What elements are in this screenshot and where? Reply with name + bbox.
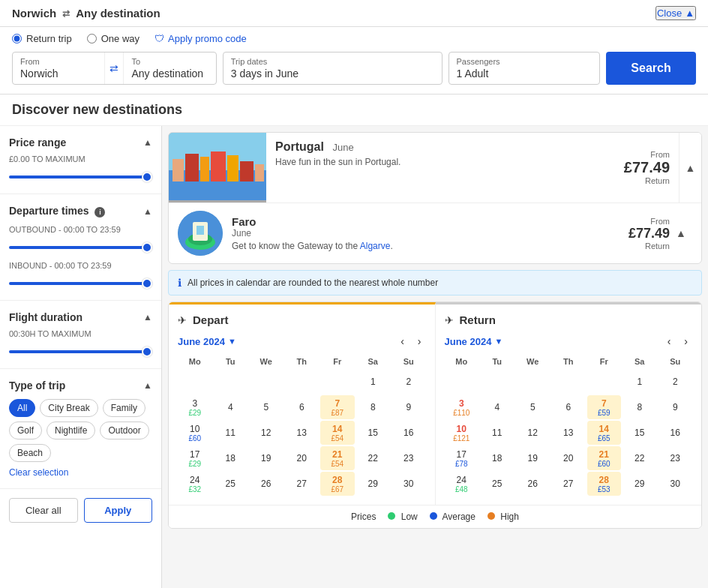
cal-day[interactable]: 12: [516, 421, 550, 445]
cal-day[interactable]: 3£29: [178, 395, 212, 419]
cal-day[interactable]: 25: [480, 472, 514, 496]
cal-day[interactable]: 26: [516, 472, 550, 496]
cal-day[interactable]: 8: [356, 395, 391, 419]
clear-all-button[interactable]: Clear all: [9, 498, 78, 523]
cal-day[interactable]: 20: [551, 446, 586, 470]
trip-tag-outdoor[interactable]: Outdoor: [100, 422, 148, 440]
cal-day[interactable]: 6: [285, 395, 320, 419]
close-button[interactable]: Close ▲: [656, 6, 696, 20]
cal-day[interactable]: 18: [214, 446, 248, 470]
cal-day[interactable]: 24£32: [178, 472, 212, 496]
cal-day[interactable]: 9: [392, 395, 426, 419]
cal-day[interactable]: 26: [249, 472, 284, 496]
cal-day[interactable]: 2: [658, 370, 693, 394]
cal-day[interactable]: 21£54: [320, 446, 355, 470]
cal-day[interactable]: 16: [658, 421, 693, 445]
one-way-radio[interactable]: [87, 34, 97, 44]
cal-day[interactable]: 22: [622, 446, 657, 470]
cal-day[interactable]: 19: [249, 446, 284, 470]
to-field[interactable]: To Any destination: [124, 52, 215, 84]
cal-day[interactable]: 22: [356, 446, 391, 470]
cal-day[interactable]: 28£67: [320, 472, 355, 496]
cal-day[interactable]: 15: [356, 421, 391, 445]
depart-prev-button[interactable]: ‹: [396, 334, 409, 349]
price-range-header[interactable]: Price range ▲: [9, 136, 152, 148]
cal-day[interactable]: 16: [392, 421, 426, 445]
type-of-trip-header[interactable]: Type of trip ▲: [9, 380, 152, 392]
day-price: £60: [598, 460, 610, 468]
cal-day[interactable]: 18: [480, 446, 514, 470]
cal-day[interactable]: 10£60: [178, 421, 212, 445]
cal-day[interactable]: 21£60: [587, 446, 622, 470]
cal-day[interactable]: 29: [356, 472, 391, 496]
cal-day[interactable]: 14£65: [587, 421, 622, 445]
trip-tag-golf[interactable]: Golf: [9, 422, 42, 440]
cal-day[interactable]: 17£78: [445, 446, 479, 470]
cal-day[interactable]: 1: [356, 370, 391, 394]
cal-day[interactable]: 3£110: [445, 395, 479, 419]
cal-day[interactable]: 27: [285, 472, 320, 496]
cal-day[interactable]: 13: [285, 421, 320, 445]
cal-day[interactable]: 10£121: [445, 421, 479, 445]
cal-day[interactable]: 8: [622, 395, 657, 419]
cal-day[interactable]: 4: [214, 395, 248, 419]
outbound-slider[interactable]: [9, 246, 152, 249]
cal-day[interactable]: 6: [551, 395, 586, 419]
cal-day[interactable]: 25: [214, 472, 248, 496]
trip-tag-family[interactable]: Family: [103, 399, 146, 417]
cal-day[interactable]: 13: [551, 421, 586, 445]
depart-next-button[interactable]: ›: [413, 334, 426, 349]
portugal-card-header[interactable]: Portugal June Have fun in the sun in Por…: [169, 133, 701, 202]
return-trip-radio[interactable]: [12, 34, 22, 44]
cal-day[interactable]: 30: [392, 472, 426, 496]
cal-day[interactable]: 7£59: [587, 395, 622, 419]
inbound-slider[interactable]: [9, 282, 152, 285]
cal-day[interactable]: 30: [658, 472, 693, 496]
cal-day[interactable]: 28£53: [587, 472, 622, 496]
cal-day[interactable]: 7£87: [320, 395, 355, 419]
cal-day[interactable]: 20: [285, 446, 320, 470]
apply-button[interactable]: Apply: [84, 498, 153, 523]
cal-day[interactable]: 5: [516, 395, 550, 419]
price-range-slider[interactable]: [9, 176, 152, 178]
clear-selection-link[interactable]: Clear selection: [9, 467, 68, 478]
return-month-chevron: ▼: [494, 337, 502, 346]
promo-code-link[interactable]: 🛡 Apply promo code: [154, 33, 247, 44]
cal-day[interactable]: 23: [392, 446, 426, 470]
trip-tag-all[interactable]: All: [9, 399, 35, 417]
algarve-link[interactable]: Algarve: [360, 241, 391, 251]
departure-times-header[interactable]: Departure times i ▲: [9, 205, 152, 218]
cal-day[interactable]: 14£54: [320, 421, 355, 445]
cal-day[interactable]: 9: [658, 395, 693, 419]
from-field[interactable]: From Norwich: [13, 52, 104, 84]
cal-day[interactable]: 2: [392, 370, 426, 394]
cal-day[interactable]: 19: [516, 446, 550, 470]
cal-day[interactable]: 27: [551, 472, 586, 496]
cal-day[interactable]: 24£48: [445, 472, 479, 496]
cal-day[interactable]: 11: [480, 421, 514, 445]
return-next-button[interactable]: ›: [680, 334, 692, 349]
cal-day[interactable]: 5: [249, 395, 284, 419]
return-prev-button[interactable]: ‹: [663, 334, 676, 349]
cal-day[interactable]: 15: [622, 421, 657, 445]
return-trip-option[interactable]: Return trip: [12, 33, 72, 44]
cal-day[interactable]: 17£29: [178, 446, 212, 470]
cal-day[interactable]: 11: [214, 421, 248, 445]
cal-day[interactable]: 12: [249, 421, 284, 445]
portugal-expand-button[interactable]: ▲: [679, 133, 701, 202]
flight-duration-slider[interactable]: [9, 350, 152, 353]
faro-expand-button[interactable]: ▲: [670, 227, 692, 239]
trip-tag-city-break[interactable]: City Break: [40, 399, 98, 417]
one-way-option[interactable]: One way: [87, 33, 140, 44]
cal-day[interactable]: 1: [622, 370, 657, 394]
cal-day[interactable]: 4: [480, 395, 514, 419]
trip-tag-beach[interactable]: Beach: [9, 444, 51, 462]
trip-dates-field[interactable]: Trip dates 3 days in June: [223, 52, 442, 85]
passengers-field[interactable]: Passengers 1 Adult: [448, 52, 601, 85]
search-button[interactable]: Search: [606, 52, 696, 85]
switch-direction-button[interactable]: ⇄: [104, 52, 124, 84]
trip-tag-nightlife[interactable]: Nightlife: [46, 422, 95, 440]
cal-day[interactable]: 23: [658, 446, 693, 470]
cal-day[interactable]: 29: [622, 472, 657, 496]
flight-duration-header[interactable]: Flight duration ▲: [9, 311, 152, 323]
